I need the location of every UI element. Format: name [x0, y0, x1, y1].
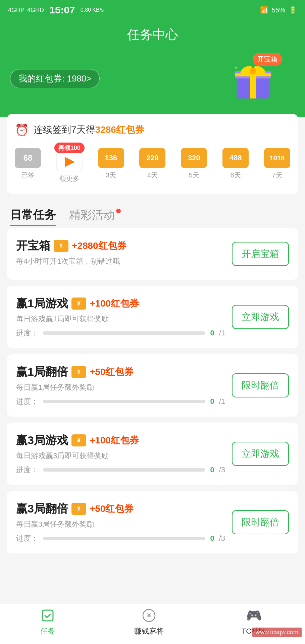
day-badge-6: 488: [222, 148, 249, 168]
page-title: 任务中心: [0, 26, 305, 43]
task-title-row-3: 赢1局翻倍 +50红包券: [16, 364, 225, 380]
tab-activities[interactable]: 精彩活动: [69, 207, 121, 225]
my-coupon-badge[interactable]: 我的红包券: 1980>: [10, 69, 100, 88]
open-box-task-button[interactable]: 开启宝箱: [232, 242, 289, 266]
mahjong-icon: ¥: [140, 607, 158, 624]
open-box-button[interactable]: 开宝箱: [253, 53, 282, 66]
progress-bar-2: [43, 331, 205, 335]
tasks-icon: [39, 607, 56, 624]
task-item-win1-double: 赢1局翻倍 +50红包券 每日赢1局任务额外奖励 进度： 0 /1 限时翻倍: [7, 354, 298, 417]
page-header: 任务中心: [0, 20, 305, 50]
day-badge-5: 320: [181, 148, 207, 168]
tab-dot: [116, 209, 121, 213]
task-left-win3-double: 赢3局翻倍 +50红包券 每日赢3局任务额外奖励 进度： 0 /3: [16, 501, 225, 543]
svg-rect-9: [42, 610, 53, 621]
signin-day-6: 488 6天: [222, 148, 249, 180]
signin-day-7: 1018 7天: [264, 148, 290, 180]
task-desc-3: 每日赢1局任务额外奖励: [16, 382, 225, 392]
tabs-row: 日常任务 精彩活动: [7, 199, 298, 228]
day-badge-4: 220: [139, 148, 165, 168]
status-indicators: 📶 55% 🔋: [260, 6, 297, 14]
day-badge-1: 68: [15, 148, 41, 168]
task-desc-4: 每日游戏赢3局即可获得奖励: [16, 451, 225, 461]
win3-game-button[interactable]: 立即游戏: [232, 442, 289, 466]
svg-text:✦: ✦: [234, 65, 238, 70]
progress-bar-4: [43, 468, 205, 472]
signin-day-1: 68 已签: [15, 148, 41, 180]
task-title-row-4: 赢3局游戏 +100红包券: [16, 433, 225, 448]
reward-icon-2: [71, 298, 86, 310]
bottom-nav: 任务 ¥ 赚钱麻将 🎮 TC社区: [0, 604, 305, 644]
svg-point-6: [250, 68, 256, 75]
day-badge-7: 1018: [264, 148, 290, 168]
clock-icon: ⏰: [15, 123, 29, 137]
task-item-win3-game: 赢3局游戏 +100红包券 每日游戏赢3局即可获得奖励 进度： 0 /3 立即游…: [7, 423, 298, 485]
signin-header: ⏰ 连续签到7天得3286红包券: [15, 123, 290, 137]
task-item-open-box: 开宝箱 +2880红包券 每4小时可开1次宝箱，别错过哦 开启宝箱: [7, 228, 298, 280]
task-title-row-5: 赢3局翻倍 +50红包券: [16, 501, 225, 517]
wifi-icon: 📶: [260, 6, 268, 14]
progress-row-5: 进度： 0 /3: [16, 533, 225, 543]
task-item-win3-double: 赢3局翻倍 +50红包券 每日赢3局任务额外奖励 进度： 0 /3 限时翻倍: [7, 491, 298, 553]
win1-game-button[interactable]: 立即游戏: [232, 305, 289, 329]
gift-box-container: 开宝箱 ✦ ✦: [231, 50, 285, 100]
status-bar: 4GHP 4GHD 15:07 0.80 KB/s 📶 55% 🔋: [0, 0, 305, 20]
progress-bar-5: [43, 537, 205, 540]
reward-icon-3: [71, 366, 86, 378]
signin-card: ⏰ 连续签到7天得3286红包券 68 已签 再领100 ▶ 领更多 136 3…: [7, 114, 298, 194]
task-left-win1-double: 赢1局翻倍 +50红包券 每日赢1局任务额外奖励 进度： 0 /1: [16, 364, 225, 407]
community-icon: 🎮: [245, 607, 262, 624]
win3-double-button[interactable]: 限时翻倍: [232, 510, 289, 534]
task-left-open-box: 开宝箱 +2880红包券 每4小时可开1次宝箱，别错过哦: [16, 238, 225, 270]
reward-icon-1: [54, 240, 68, 252]
reward-icon-5: [71, 503, 86, 515]
signin-days-row: 68 已签 再领100 ▶ 领更多 136 3天 220 4天 320 5天 4…: [15, 145, 290, 183]
task-title-row-2: 赢1局游戏 +100红包券: [16, 296, 225, 311]
progress-bar-3: [43, 400, 205, 403]
svg-text:¥: ¥: [147, 611, 151, 619]
main-content: 日常任务 精彩活动 开宝箱 +2880红包券 每4小时可开1次宝箱，别错过哦 开…: [0, 199, 305, 606]
task-desc-5: 每日赢3局任务额外奖励: [16, 519, 225, 529]
progress-row-2: 进度： 0 /1: [16, 328, 225, 338]
watermark: www.tcsqw.com: [252, 628, 302, 637]
task-item-win1-game: 赢1局游戏 +100红包券 每日游戏赢1局即可获得奖励 进度： 0 /1 立即游…: [7, 286, 298, 348]
signin-day-3: 136 3天: [98, 148, 124, 180]
reward-icon-4: [71, 434, 86, 446]
task-title-row-1: 开宝箱 +2880红包券: [16, 238, 225, 254]
signin-title: 连续签到7天得3286红包券: [34, 123, 144, 136]
nav-item-tasks[interactable]: 任务: [39, 607, 56, 636]
signin-day-5: 320 5天: [181, 148, 207, 180]
signin-day-2[interactable]: 再领100 ▶ 领更多: [56, 151, 83, 183]
signin-day-4: 220 4天: [139, 148, 165, 180]
progress-row-4: 进度： 0 /3: [16, 465, 225, 475]
task-left-win1: 赢1局游戏 +100红包券 每日游戏赢1局即可获得奖励 进度： 0 /1: [16, 296, 225, 338]
battery-icon: 🔋: [289, 6, 297, 14]
tab-daily[interactable]: 日常任务: [10, 207, 56, 225]
day-badge-2[interactable]: 再领100 ▶: [56, 151, 83, 171]
nav-item-mahjong[interactable]: ¥ 赚钱麻将: [134, 607, 164, 636]
task-left-win3: 赢3局游戏 +100红包券 每日游戏赢3局即可获得奖励 进度： 0 /3: [16, 433, 225, 475]
task-desc-1: 每4小时可开1次宝箱，别错过哦: [16, 256, 225, 266]
status-signal: 4GHP 4GHD 15:07 0.80 KB/s: [8, 4, 104, 16]
day-badge-3: 136: [98, 148, 124, 168]
win1-double-button[interactable]: 限时翻倍: [232, 373, 289, 397]
task-list: 开宝箱 +2880红包券 每4小时可开1次宝箱，别错过哦 开启宝箱 赢1局游戏 …: [7, 228, 298, 559]
banner-area: 我的红包券: 1980> 开宝箱 ✦ ✦: [0, 50, 305, 117]
task-desc-2: 每日游戏赢1局即可获得奖励: [16, 314, 225, 324]
progress-row-3: 进度： 0 /1: [16, 396, 225, 407]
